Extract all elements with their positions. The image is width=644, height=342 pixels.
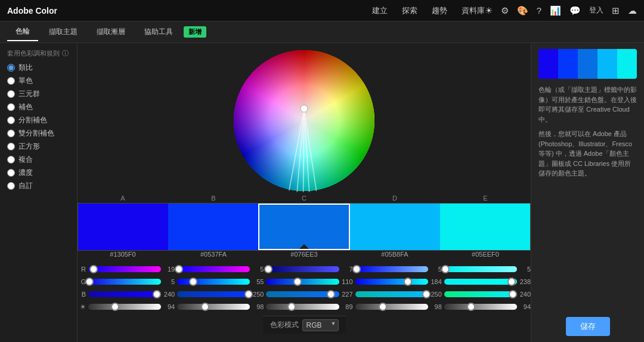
color-mode-select[interactable]: RGB HSB CMYK Lab bbox=[302, 319, 339, 331]
slider-row-R: R195755 bbox=[78, 264, 531, 275]
slider-group-0-4: 5 bbox=[444, 266, 531, 273]
slider-group-3-1: 98 bbox=[177, 303, 264, 310]
nav-library[interactable]: 資料庫 bbox=[462, 5, 485, 16]
swatch-a[interactable] bbox=[78, 204, 168, 250]
sidebar-item-7[interactable]: 複合 bbox=[7, 155, 70, 165]
slider-thumb[interactable] bbox=[422, 290, 431, 298]
nav-create[interactable]: 建立 bbox=[372, 5, 388, 16]
slider-track[interactable] bbox=[355, 266, 428, 272]
slider-thumb[interactable] bbox=[327, 290, 335, 298]
sidebar-item-4[interactable]: 分割補色 bbox=[7, 115, 70, 125]
sidebar-item-2[interactable]: 三元群 bbox=[7, 89, 70, 99]
slider-thumb[interactable] bbox=[111, 303, 119, 311]
tab-extract-gradient[interactable]: 擷取漸層 bbox=[88, 23, 134, 41]
sidebar-item-5[interactable]: 雙分割補色 bbox=[7, 128, 70, 138]
tab-new-badge: 新增 bbox=[184, 26, 206, 38]
slider-value: 98 bbox=[252, 303, 264, 310]
slider-value: 240 bbox=[163, 291, 175, 298]
slider-thumb[interactable] bbox=[201, 303, 209, 311]
slider-thumb[interactable] bbox=[404, 278, 412, 286]
slider-track[interactable] bbox=[355, 279, 428, 285]
swatch-labels: A B C D E bbox=[78, 195, 531, 203]
main-nav: 建立 探索 趨勢 資料庫 bbox=[372, 5, 485, 16]
preview-color bbox=[578, 49, 597, 79]
cloud-icon[interactable]: ☁ bbox=[628, 5, 637, 16]
slider-thumb[interactable] bbox=[264, 265, 273, 273]
swatch-b[interactable] bbox=[168, 204, 258, 250]
slider-track[interactable] bbox=[266, 304, 339, 310]
slider-thumb[interactable] bbox=[287, 303, 296, 311]
sidebar-item-6[interactable]: 正方形 bbox=[7, 141, 70, 152]
slider-track[interactable] bbox=[88, 279, 161, 285]
slider-thumb[interactable] bbox=[189, 278, 197, 286]
slider-track[interactable] bbox=[88, 266, 161, 272]
color-wheel[interactable] bbox=[233, 49, 376, 192]
slider-track[interactable] bbox=[266, 266, 339, 272]
slider-track[interactable] bbox=[444, 266, 517, 272]
tab-accessibility[interactable]: 協助工具 bbox=[136, 23, 181, 41]
slider-group-2-1: 250 bbox=[177, 291, 264, 298]
swatch-d[interactable] bbox=[350, 204, 440, 250]
apps-icon[interactable]: ⊞ bbox=[612, 5, 620, 16]
sidebar-item-1[interactable]: 單色 bbox=[7, 76, 70, 86]
login-button[interactable]: 登入 bbox=[589, 5, 603, 16]
slider-track[interactable] bbox=[177, 266, 250, 272]
slider-thumb[interactable] bbox=[175, 265, 183, 273]
save-button[interactable]: 儲存 bbox=[566, 317, 610, 336]
slider-track[interactable] bbox=[177, 304, 250, 310]
nav-explore[interactable]: 探索 bbox=[402, 5, 417, 16]
slider-group-1-2: 110 bbox=[266, 278, 352, 285]
slider-group-3-2: 89 bbox=[266, 303, 352, 310]
slider-thumb[interactable] bbox=[379, 303, 387, 311]
sidebar-item-3[interactable]: 補色 bbox=[7, 102, 70, 112]
preview-color bbox=[597, 49, 617, 79]
slider-value: 94 bbox=[163, 303, 175, 310]
tab-color-wheel[interactable]: 色輪 bbox=[7, 23, 38, 41]
slider-thumb[interactable] bbox=[507, 278, 516, 286]
slider-track[interactable] bbox=[88, 291, 161, 297]
slider-track[interactable] bbox=[444, 304, 517, 310]
gear-icon[interactable]: ⚙ bbox=[501, 5, 509, 16]
slider-track[interactable] bbox=[355, 304, 428, 310]
slider-thumb[interactable] bbox=[293, 278, 302, 286]
slider-thumb[interactable] bbox=[153, 290, 161, 298]
slider-value: 5 bbox=[519, 266, 531, 273]
slider-thumb[interactable] bbox=[85, 278, 94, 286]
sidebar-item-8[interactable]: 濃度 bbox=[7, 168, 70, 178]
swatch-e[interactable] bbox=[440, 204, 530, 250]
color-mode-label: 色彩模式 bbox=[270, 320, 299, 330]
slider-track[interactable] bbox=[177, 291, 250, 297]
slider-track[interactable] bbox=[444, 279, 517, 285]
tab-extract-theme[interactable]: 擷取主題 bbox=[41, 23, 86, 41]
slider-track[interactable] bbox=[177, 279, 250, 285]
swatch-c[interactable] bbox=[258, 204, 351, 250]
slider-track[interactable] bbox=[266, 279, 339, 285]
slider-value: 55 bbox=[252, 278, 264, 285]
right-panel: 色輪（或「擷取主題」標籤中的影像）可用於產生錯色盤。在登入後即可將其儲存至 Cr… bbox=[531, 43, 644, 342]
chart-icon[interactable]: 📊 bbox=[550, 5, 561, 16]
slider-track[interactable] bbox=[88, 304, 161, 310]
slider-track[interactable] bbox=[355, 291, 428, 297]
slider-thumb[interactable] bbox=[352, 265, 361, 273]
header-actions: ☀ ⚙ 🎨 ? 📊 💬 登入 ⊞ ☁ bbox=[485, 5, 637, 16]
chat-icon[interactable]: 💬 bbox=[569, 5, 581, 16]
color-wheel-container bbox=[233, 49, 376, 192]
slider-value: 240 bbox=[519, 291, 531, 298]
slider-thumb[interactable] bbox=[89, 265, 98, 273]
help-icon[interactable]: ? bbox=[537, 5, 541, 16]
nav-trends[interactable]: 趨勢 bbox=[432, 5, 447, 16]
slider-label-2: B bbox=[78, 291, 86, 298]
palette-icon[interactable]: 🎨 bbox=[517, 5, 528, 16]
slider-group-0-3: 5 bbox=[355, 266, 442, 273]
slider-track[interactable] bbox=[444, 291, 517, 297]
slider-value: 7 bbox=[341, 266, 353, 273]
slider-thumb[interactable] bbox=[244, 290, 253, 298]
slider-track[interactable] bbox=[266, 291, 339, 297]
sidebar-item-0[interactable]: 類比 bbox=[7, 63, 70, 73]
slider-thumb[interactable] bbox=[467, 303, 475, 311]
slider-thumb[interactable] bbox=[509, 290, 517, 298]
sun-icon[interactable]: ☀ bbox=[485, 5, 493, 16]
slider-thumb[interactable] bbox=[441, 265, 450, 273]
slider-value: 5 bbox=[252, 266, 264, 273]
sidebar-item-9[interactable]: 自訂 bbox=[7, 181, 70, 191]
